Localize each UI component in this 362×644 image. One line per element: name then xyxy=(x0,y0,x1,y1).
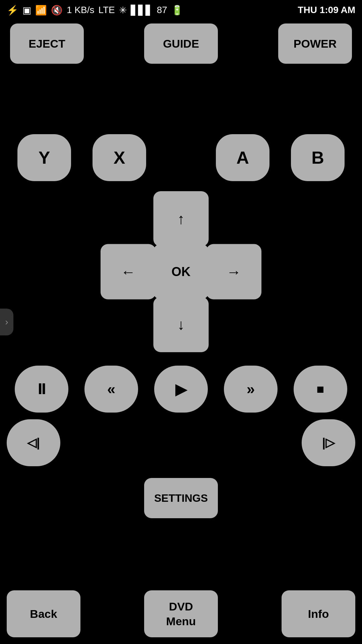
top-button-row: EJECT GUIDE POWER xyxy=(0,23,362,64)
brightness-icon: ✳ xyxy=(119,5,127,16)
y-button[interactable]: Y xyxy=(17,134,71,181)
dvd-menu-button[interactable]: DVDMenu xyxy=(144,590,218,637)
media-row-1: ⏸ « ▶ » ■ xyxy=(0,366,362,413)
dvd-menu-label: DVDMenu xyxy=(166,599,196,629)
status-time: THU 1:09 AM xyxy=(298,5,355,15)
down-arrow-icon: ↓ xyxy=(177,316,185,333)
bottom-button-row: Back DVDMenu Info xyxy=(0,590,362,644)
up-arrow-icon: ↑ xyxy=(177,211,185,227)
x-button[interactable]: X xyxy=(93,134,146,181)
skip-back-icon: ◁| xyxy=(27,436,40,450)
mute-icon: 🔇 xyxy=(51,5,63,16)
dpad-left-button[interactable]: ← xyxy=(101,244,156,300)
skip-back-button[interactable]: ◁| xyxy=(7,419,60,466)
eject-button[interactable]: EJECT xyxy=(10,23,84,64)
fastforward-icon: » xyxy=(247,381,255,397)
pause-button[interactable]: ⏸ xyxy=(15,366,68,413)
settings-button[interactable]: SETTINGS xyxy=(144,478,218,518)
right-arrow-icon: → xyxy=(227,263,241,280)
pause-icon: ⏸ xyxy=(34,381,49,397)
rewind-button[interactable]: « xyxy=(84,366,138,413)
battery-icon: 🔋 xyxy=(171,5,183,16)
rewind-icon: « xyxy=(107,381,115,397)
signal-icon: ▋▋▋ xyxy=(131,5,153,16)
image-icon: ▣ xyxy=(22,5,31,16)
status-left: ⚡ ▣ 📶 🔇 1 KB/s LTE ✳ ▋▋▋ 87 🔋 xyxy=(7,5,183,16)
status-bar: ⚡ ▣ 📶 🔇 1 KB/s LTE ✳ ▋▋▋ 87 🔋 THU 1:09 A… xyxy=(0,0,362,20)
wifi-icon: 📶 xyxy=(35,5,47,16)
play-button[interactable]: ▶ xyxy=(154,366,208,413)
stop-button[interactable]: ■ xyxy=(294,366,347,413)
guide-button[interactable]: GUIDE xyxy=(144,23,218,64)
skip-forward-icon: |▷ xyxy=(322,436,335,450)
side-arrow-indicator[interactable]: › xyxy=(0,309,13,335)
info-button[interactable]: Info xyxy=(282,590,355,637)
usb-icon: ⚡ xyxy=(7,5,18,16)
media-row-2: ◁| |▷ xyxy=(0,419,362,466)
face-button-row: Y X A B xyxy=(0,134,362,181)
side-chevron-icon: › xyxy=(5,317,8,327)
dpad-down-button[interactable]: ↓ xyxy=(154,297,209,352)
settings-row: SETTINGS xyxy=(144,478,218,518)
b-button[interactable]: B xyxy=(291,134,345,181)
lte-label: LTE xyxy=(98,5,115,15)
network-speed: 1 KB/s xyxy=(67,5,94,15)
left-arrow-icon: ← xyxy=(121,263,136,280)
stop-icon: ■ xyxy=(317,382,324,396)
dpad-ok-button[interactable]: OK xyxy=(154,244,209,300)
fastforward-button[interactable]: » xyxy=(224,366,278,413)
dpad-up-button[interactable]: ↑ xyxy=(154,191,209,247)
a-button[interactable]: A xyxy=(216,134,269,181)
power-button[interactable]: POWER xyxy=(278,23,352,64)
back-button[interactable]: Back xyxy=(7,590,80,637)
battery-level: 87 xyxy=(157,5,167,15)
play-icon: ▶ xyxy=(175,381,187,398)
dpad-right-button[interactable]: → xyxy=(206,244,261,300)
dpad: ↑ ← OK → ↓ xyxy=(101,191,261,352)
skip-forward-button[interactable]: |▷ xyxy=(302,419,355,466)
